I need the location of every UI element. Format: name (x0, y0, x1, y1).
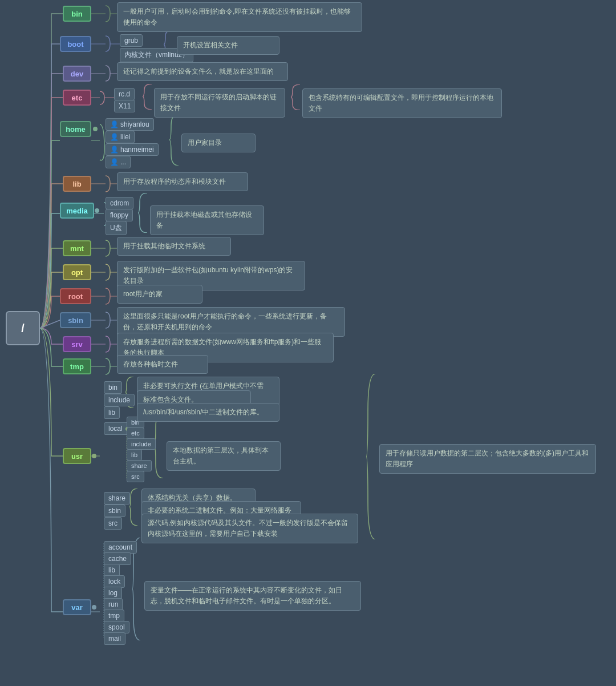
user-icon-3: 👤 (110, 146, 119, 154)
mnt-node: mnt (63, 240, 91, 256)
home-dot (93, 127, 98, 131)
opt-node: opt (63, 264, 91, 280)
usr-src-desc: 源代码,例如内核源代码及其头文件。不过一般的发行版是不会保留内核源码在这里的，需… (141, 514, 358, 543)
media-desc: 用于挂载本地磁盘或其他存储设备 (150, 205, 264, 235)
usr-bin-label: bin (104, 381, 122, 394)
var-lib: lib (104, 564, 120, 576)
dev-node: dev (63, 66, 91, 82)
user-icon-2: 👤 (110, 133, 119, 141)
boot-grub: grub (120, 34, 143, 47)
var-mail: mail (104, 632, 125, 645)
usr-sbin-label: sbin (104, 505, 125, 517)
var-tmp: tmp (104, 610, 124, 622)
var-lock: lock (104, 575, 125, 588)
usr-main-desc: 用于存储只读用户数据的第二层次；包含绝大多数的(多)用户工具和应用程序 (379, 444, 596, 474)
home-user4: 👤... (106, 156, 131, 168)
mnt-desc: 用于挂载其他临时文件系统 (117, 237, 231, 256)
usr-dot (92, 454, 96, 458)
usr-lib-label: lib (104, 406, 120, 419)
var-node: var (63, 599, 91, 615)
tmp-node: tmp (63, 358, 91, 374)
tmp-desc: 存放各种临时文件 (117, 355, 208, 374)
local-src: src (127, 471, 144, 482)
etc-x11: X11 (114, 100, 135, 112)
home-user1: 👤shiyanlou (106, 118, 154, 131)
media-dot (95, 208, 99, 213)
mind-map: / bin 一般用户可用，启动时会用到的命令,即在文件系统还没有被挂载时，也能够… (0, 0, 616, 686)
boot-desc-grub: 开机设置相关文件 (177, 36, 279, 55)
user-icon-4: 👤 (110, 158, 119, 166)
dev-desc: 还记得之前提到的设备文件么，就是放在这里面的 (117, 62, 288, 81)
local-lib: lib (127, 449, 142, 461)
sbin-node: sbin (60, 312, 91, 328)
etc-desc-sub: 用于存放不同运行等级的启动脚本的链接文件 (154, 88, 285, 118)
bin-desc: 一般用户可用，启动时会用到的命令,即在文件系统还没有被挂载时，也能够使用的命令 (117, 2, 362, 32)
etc-main-desc: 包含系统特有的可编辑配置文件，即用于控制程序运行的本地文件 (302, 88, 502, 118)
etc-rcd: rc.d (114, 88, 135, 100)
media-cdrom: cdrom (106, 197, 133, 209)
media-node: media (60, 203, 94, 219)
lib-node: lib (63, 176, 91, 192)
var-run: run (104, 598, 123, 611)
usr-src-label: src (104, 517, 122, 530)
srv-node: srv (63, 336, 91, 352)
var-spool: spool (104, 621, 129, 633)
root-dir-node: root (60, 288, 91, 304)
home-desc: 用户家目录 (181, 134, 256, 152)
local-share: share (127, 460, 152, 471)
home-user3: 👤hanmeimei (106, 143, 159, 156)
bin-node: bin (63, 6, 91, 22)
root-label: / (21, 322, 25, 335)
media-floppy: floppy (106, 209, 133, 221)
local-etc: etc (127, 427, 144, 439)
etc-node: etc (63, 90, 91, 106)
var-desc: 变量文件——在正常运行的系统中其内容不断变化的文件，如日志，脱机文件和临时电子邮… (144, 581, 361, 611)
usr-share-label: share (104, 492, 130, 505)
media-usb: U盘 (106, 221, 127, 235)
root-desc: root用户的家 (117, 285, 202, 304)
var-account: account (104, 541, 137, 554)
var-cache: cache (104, 552, 131, 565)
var-log: log (104, 587, 122, 599)
root-node: / (6, 311, 40, 345)
local-include: include (127, 438, 156, 450)
local-desc: 本地数据的第三层次，具体到本台主机。 (167, 441, 281, 471)
lib-desc: 用于存放程序的动态库和模块文件 (117, 172, 248, 191)
usr-lib-desc: /usr/bin/和/usr/sbin/中二进制文件的库。 (137, 403, 279, 422)
home-user2: 👤lilei (106, 131, 135, 143)
home-node: home (60, 121, 91, 137)
boot-node: boot (60, 36, 91, 52)
usr-node: usr (63, 448, 91, 464)
user-icon-1: 👤 (110, 120, 119, 128)
var-dot (92, 605, 96, 610)
usr-include-label: include (104, 394, 135, 406)
